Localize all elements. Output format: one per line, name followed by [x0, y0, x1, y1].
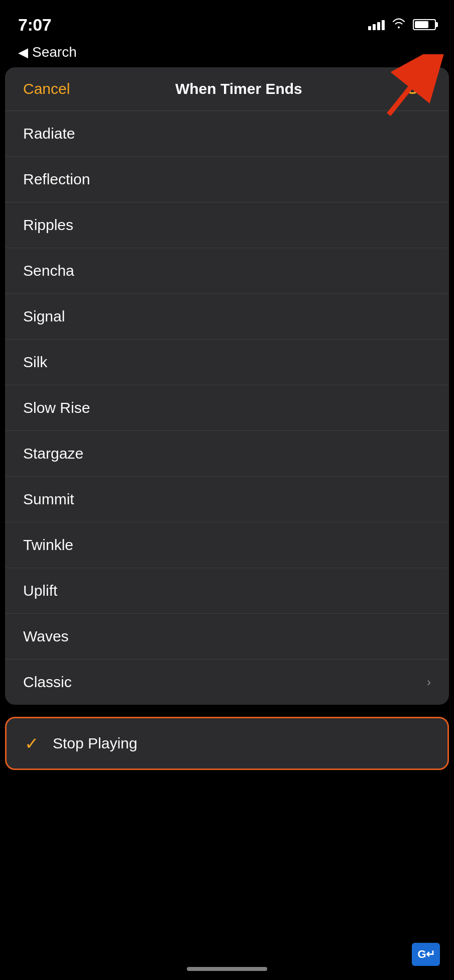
list-item-uplift[interactable]: Uplift: [5, 568, 449, 614]
status-icons: [368, 18, 436, 32]
signal-icon: [368, 19, 385, 30]
timer-sounds-list: Radiate Reflection Ripples Sencha Signal…: [5, 111, 449, 705]
status-bar: 7:07: [0, 0, 454, 40]
list-item-summit[interactable]: Summit: [5, 477, 449, 522]
back-navigation[interactable]: ◀ Search: [0, 40, 454, 67]
wifi-icon: [392, 18, 406, 32]
list-item-reflection[interactable]: Reflection: [5, 157, 449, 202]
list-item-stargaze[interactable]: Stargaze: [5, 431, 449, 477]
stop-playing-label: Stop Playing: [53, 735, 137, 752]
list-item-waves[interactable]: Waves: [5, 614, 449, 660]
nav-title: When Timer Ends: [175, 80, 302, 97]
stop-playing-section[interactable]: ✓ Stop Playing: [5, 717, 449, 770]
list-item-radiate[interactable]: Radiate: [5, 111, 449, 157]
cancel-button[interactable]: Cancel: [23, 80, 70, 97]
nav-bar: Cancel When Timer Ends Set: [5, 67, 449, 111]
list-item-twinkle[interactable]: Twinkle: [5, 522, 449, 568]
status-time: 7:07: [18, 15, 51, 35]
chevron-right-icon: ›: [427, 675, 431, 689]
main-panel: Cancel When Timer Ends Set Radiate Refle…: [5, 67, 449, 705]
list-item-signal[interactable]: Signal: [5, 294, 449, 340]
list-item-slow-rise[interactable]: Slow Rise: [5, 385, 449, 431]
home-indicator: [187, 967, 267, 971]
list-item-classic[interactable]: Classic ›: [5, 660, 449, 705]
list-item-ripples[interactable]: Ripples: [5, 202, 449, 248]
list-item-sencha[interactable]: Sencha: [5, 248, 449, 294]
watermark: G↵: [412, 943, 440, 966]
back-label: Search: [32, 44, 77, 60]
watermark-text: G↵: [417, 948, 434, 961]
checkmark-icon: ✓: [25, 733, 39, 753]
list-item-silk[interactable]: Silk: [5, 340, 449, 385]
stop-playing-item[interactable]: ✓ Stop Playing: [7, 718, 447, 769]
set-button[interactable]: Set: [407, 80, 431, 97]
back-arrow-icon: ◀: [18, 45, 28, 60]
battery-icon: [413, 19, 436, 30]
